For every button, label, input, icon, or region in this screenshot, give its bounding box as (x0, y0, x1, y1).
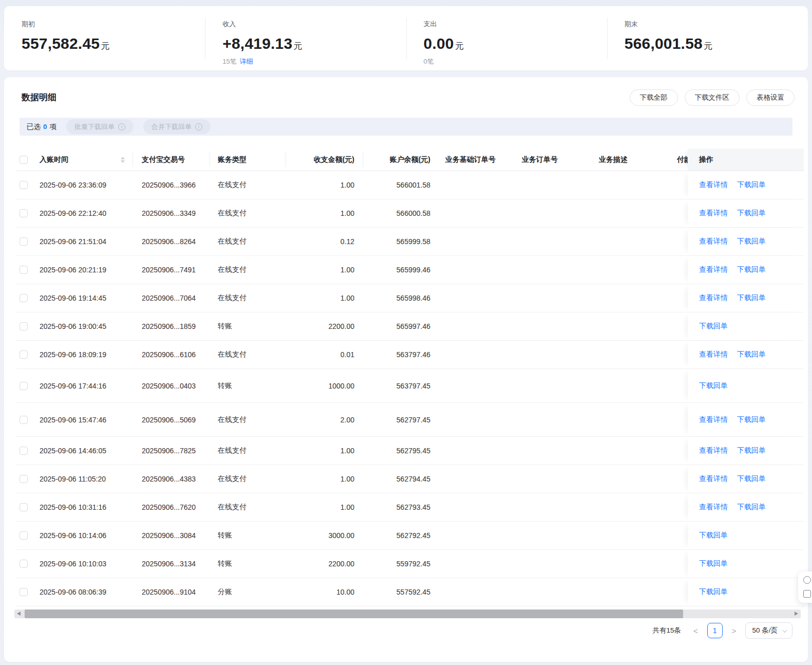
view-detail-link[interactable]: 查看详情 (699, 350, 728, 359)
row-checkbox[interactable] (20, 503, 28, 511)
row-checkbox[interactable] (20, 447, 28, 455)
horizontal-scrollbar[interactable] (14, 609, 801, 618)
row-checkbox[interactable] (20, 350, 28, 359)
info-icon: i (118, 123, 125, 131)
cell-account-type: 在线支付 (218, 474, 247, 484)
download-receipt-link[interactable]: 下载回单 (737, 237, 766, 246)
cell-account-type: 在线支付 (218, 446, 247, 455)
download-receipt-link[interactable]: 下载回单 (737, 415, 766, 424)
view-detail-link[interactable]: 查看详情 (699, 474, 728, 484)
download-receipt-link[interactable]: 下载回单 (699, 322, 728, 331)
table-settings-button[interactable]: 表格设置 (746, 89, 795, 106)
table-row: 2025-09-06 21:51:04 20250906...8264 在线支付… (16, 228, 804, 256)
view-detail-link[interactable]: 查看详情 (699, 237, 728, 246)
cell-balance: 565998.46 (366, 294, 430, 302)
view-detail-link[interactable]: 查看详情 (699, 209, 728, 218)
cell-entry-time: 2025-09-06 14:46:05 (40, 447, 106, 455)
download-receipt-link[interactable]: 下载回单 (699, 381, 728, 391)
cell-amount: 1.00 (273, 181, 354, 189)
floating-panel-icon (803, 590, 811, 598)
scroll-left-arrow-icon[interactable] (17, 612, 21, 616)
table-row: 2025-09-06 19:00:45 20250906...1859 转账 2… (16, 312, 804, 341)
row-checkbox[interactable] (20, 560, 28, 568)
row-checkbox[interactable] (20, 266, 28, 274)
ops-cell: 下载回单 (688, 578, 804, 606)
download-receipt-link[interactable]: 下载回单 (699, 559, 728, 568)
download-receipt-link[interactable]: 下载回单 (737, 293, 766, 303)
download-receipt-link[interactable]: 下载回单 (737, 446, 766, 455)
download-receipt-link[interactable]: 下载回单 (737, 474, 766, 484)
floating-panel[interactable] (798, 571, 812, 603)
page-number-button[interactable]: 1 (707, 623, 723, 638)
next-page-button[interactable]: > (730, 626, 739, 635)
sort-control[interactable] (121, 157, 125, 163)
summary-card-opening: 期初 557,582.45元 (4, 6, 205, 70)
row-checkbox[interactable] (20, 382, 28, 390)
batch-download-button[interactable]: 批量下载回单 i (66, 119, 134, 134)
floating-panel-icon (803, 576, 811, 584)
cell-entry-time: 2025-09-06 19:00:45 (40, 322, 106, 330)
download-receipt-link[interactable]: 下载回单 (737, 503, 766, 512)
download-receipt-link[interactable]: 下载回单 (737, 350, 766, 359)
cell-entry-time: 2025-09-06 10:10:03 (40, 560, 106, 568)
view-detail-link[interactable]: 查看详情 (699, 446, 728, 455)
ops-cell: 查看详情下载回单 (688, 228, 804, 255)
download-receipt-link[interactable]: 下载回单 (699, 587, 728, 597)
download-receipt-link[interactable]: 下载回单 (737, 265, 766, 274)
view-detail-link[interactable]: 查看详情 (699, 503, 728, 512)
merge-download-label: 合并下载回单 (152, 122, 192, 132)
row-checkbox[interactable] (20, 237, 28, 246)
cell-amount: 1.00 (273, 475, 354, 483)
table-row: 2025-09-06 19:14:45 20250906...7064 在线支付… (16, 284, 804, 312)
merge-download-button[interactable]: 合并下载回单 i (143, 119, 211, 134)
cell-account-type: 转账 (218, 559, 232, 568)
download-filezone-button[interactable]: 下载文件区 (685, 89, 740, 106)
cell-balance: 562793.45 (366, 503, 430, 511)
cell-amount: 1.00 (273, 503, 354, 511)
cell-txn-id: 20250906...4383 (142, 475, 196, 483)
cell-account-type: 在线支付 (218, 209, 247, 218)
scroll-right-arrow-icon[interactable] (795, 612, 798, 616)
view-detail-link[interactable]: 查看详情 (699, 293, 728, 303)
view-detail-link[interactable]: 查看详情 (699, 265, 728, 274)
row-checkbox[interactable] (20, 475, 28, 483)
chevron-down-icon (782, 627, 787, 633)
prev-page-button[interactable]: < (691, 626, 700, 635)
cell-account-type: 在线支付 (218, 180, 247, 190)
download-all-button[interactable]: 下载全部 (630, 89, 678, 106)
download-receipt-link[interactable]: 下载回单 (699, 531, 728, 540)
row-checkbox[interactable] (20, 294, 28, 302)
view-detail-link[interactable]: 查看详情 (699, 415, 728, 424)
summary-label: 支出 (424, 20, 607, 29)
download-receipt-link[interactable]: 下载回单 (737, 180, 766, 190)
row-checkbox[interactable] (20, 531, 28, 540)
select-all-checkbox[interactable] (20, 156, 28, 164)
view-detail-link[interactable]: 查看详情 (699, 180, 728, 190)
summary-sub: 0笔 (424, 57, 607, 66)
row-checkbox[interactable] (20, 416, 28, 424)
selected-prefix: 已选 (27, 122, 41, 132)
expense-count: 0笔 (424, 58, 434, 65)
row-checkbox[interactable] (20, 322, 28, 330)
income-detail-link[interactable]: 详细 (240, 58, 253, 65)
download-receipt-link[interactable]: 下载回单 (737, 209, 766, 218)
ops-cell: 查看详情下载回单 (688, 284, 804, 312)
table-row: 2025-09-06 18:09:19 20250906...6106 在线支付… (16, 341, 804, 369)
table-row: 2025-09-06 08:06:39 20250906...9104 分账 1… (16, 578, 804, 606)
cell-balance: 565997.46 (366, 322, 430, 330)
cell-entry-time: 2025-09-06 17:44:16 (40, 382, 106, 390)
column-divider (133, 153, 133, 167)
cell-amount: 0.12 (273, 237, 354, 246)
column-divider (210, 153, 210, 167)
cell-txn-id: 20250906...3349 (142, 209, 196, 217)
cell-amount: 2200.00 (273, 560, 354, 568)
transactions-table: 入账时间 支付宝交易号 账务类型 收支金额(元) 账户余额(元) 业务基础订单号… (16, 149, 804, 606)
page-size-select[interactable]: 50 条/页 (745, 622, 792, 639)
row-checkbox[interactable] (20, 588, 28, 596)
row-checkbox[interactable] (20, 209, 28, 217)
cell-txn-id: 20250906...3134 (142, 560, 196, 568)
cell-amount: 2.00 (273, 416, 354, 424)
col-order: 业务订单号 (522, 155, 558, 164)
row-checkbox[interactable] (20, 181, 28, 189)
scrollbar-thumb[interactable] (25, 609, 683, 618)
